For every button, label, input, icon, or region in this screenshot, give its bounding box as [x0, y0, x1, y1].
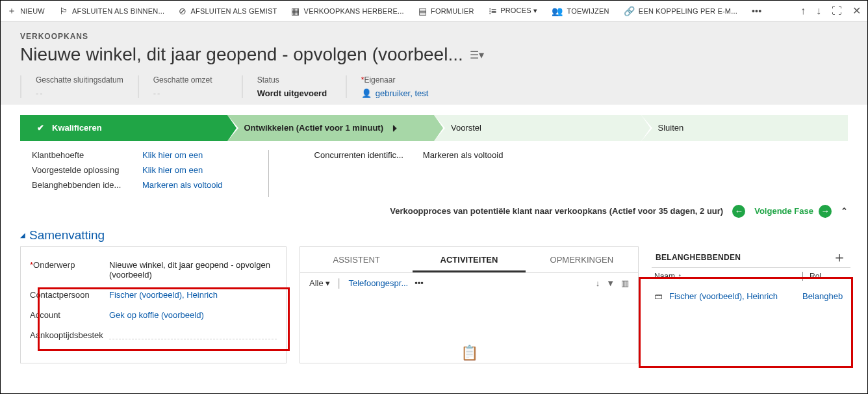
stakeholder-name-link[interactable]: Fischer (voorbeeld), Heinrich — [669, 291, 796, 301]
owner-link[interactable]: gebruiker, test — [376, 88, 429, 98]
section-toggle-icon: ◢ — [20, 231, 25, 239]
more-icon: ••• — [752, 6, 761, 16]
contact-card-icon: 🗃 — [654, 291, 663, 301]
next-stage-icon: → — [819, 205, 832, 218]
filter-icon[interactable]: ▼ — [606, 278, 615, 288]
command-bar: ＋NIEUW 🏳AFSLUITEN ALS BINNEN... ⊘AFSLUIT… — [1, 1, 867, 21]
stakeholder-row[interactable]: 🗃 Fischer (voorbeeld), Heinrich Belanghe… — [652, 285, 850, 308]
sort-icon[interactable]: ↓ — [596, 278, 600, 288]
stage-kwalificeren[interactable]: ✔Kwalificeren — [20, 115, 227, 141]
popout-icon[interactable]: ⛶ — [832, 5, 842, 17]
klantbehoefte-link[interactable]: Klik hier om een — [142, 150, 203, 160]
list-icon[interactable]: ▥ — [621, 278, 629, 288]
stage-details: KlantbehoefteKlik hier om een Voorgestel… — [1, 145, 867, 201]
process-duration: Verkoopproces van potentiële klant naar … — [390, 206, 723, 216]
row-aankooptijdsbestek[interactable]: Aankooptijdsbestek — [30, 325, 277, 345]
stage-ontwikkelen[interactable]: Ontwikkelen (Actief voor 1 minuut)⏵ — [227, 115, 435, 141]
add-stakeholder-button[interactable]: ＋ — [832, 253, 847, 262]
record-header: VERKOOPKANS Nieuwe winkel, dit jaar geop… — [1, 21, 867, 105]
field-status[interactable]: Status Wordt uitgevoerd — [242, 75, 346, 98]
activities-panel: ASSISTENT ACTIVITEITEN OPMERKINGEN Alle … — [300, 246, 639, 363]
oplossing-link[interactable]: Klik hier om een — [142, 165, 203, 175]
cmd-herbereken[interactable]: ▦VERKOOPKANS HERBERE... — [291, 6, 403, 16]
arrow-down-icon[interactable]: ↓ — [816, 5, 821, 17]
contactpersoon-link[interactable]: Fischer (voorbeeld), Heinrich — [109, 290, 218, 300]
close-icon[interactable]: ✕ — [852, 5, 861, 17]
title-dropdown-icon[interactable]: ☰▾ — [470, 49, 484, 61]
cmd-formulier[interactable]: ▤FORMULIER — [418, 6, 474, 16]
plus-icon: ＋ — [7, 5, 16, 17]
activity-more-icon[interactable]: ••• — [415, 278, 424, 288]
row-contactpersoon[interactable]: Contactpersoon Fischer (voorbeeld), Hein… — [30, 285, 277, 305]
field-owner[interactable]: *Eigenaar 👤gebruiker, test — [346, 75, 450, 98]
row-account[interactable]: Account Gek op koffie (voorbeeld) — [30, 305, 277, 325]
process-footer: Verkoopproces van potentiële klant naar … — [1, 201, 867, 228]
field-close-date[interactable]: Geschatte sluitingsdatum -- — [20, 75, 138, 98]
stakeholder-role-link[interactable]: Belangheb — [802, 291, 848, 301]
process-icon: ⁝≡ — [489, 6, 497, 16]
summary-fields-panel: *Onderwerp Nieuwe winkel, dit jaar geope… — [20, 246, 287, 363]
col-rol[interactable]: Rol — [802, 272, 848, 281]
clipboard-icon: 📋 — [461, 345, 478, 361]
collapse-process-icon[interactable]: ⌃ — [841, 206, 848, 216]
account-link[interactable]: Gek op koffie (voorbeeld) — [109, 310, 204, 320]
calc-icon: ▦ — [291, 6, 300, 16]
cmd-toewijzen[interactable]: 👥TOEWIJZEN — [552, 6, 609, 16]
stage-sluiten[interactable]: Sluiten — [641, 115, 849, 141]
sort-asc-icon: ↑ — [678, 272, 682, 281]
belanghebbenden-link[interactable]: Markeren als voltooid — [142, 180, 223, 190]
tab-assistent[interactable]: ASSISTENT — [300, 247, 413, 272]
flag-icon: 🏳 — [59, 6, 68, 16]
active-flag-icon: ⏵ — [391, 123, 400, 133]
row-onderwerp[interactable]: *Onderwerp Nieuwe winkel, dit jaar geope… — [30, 255, 277, 285]
tab-activiteiten[interactable]: ACTIVITEITEN — [413, 247, 525, 272]
cancel-icon: ⊘ — [179, 6, 186, 16]
assign-icon: 👥 — [552, 6, 563, 16]
form-icon: ▤ — [418, 6, 427, 16]
person-icon: 👤 — [361, 88, 372, 98]
section-header-samenvatting[interactable]: ◢ Samenvatting — [1, 228, 867, 246]
process-back-button[interactable]: ← — [732, 205, 745, 218]
filter-alle[interactable]: Alle ▾ — [309, 278, 330, 288]
tab-opmerkingen[interactable]: OPMERKINGEN — [526, 247, 638, 272]
stakeholders-panel: BELANGHEBBENDEN ＋ Naam ↑ Rol 🗃 Fischer (… — [652, 246, 850, 363]
stage-voorstel[interactable]: Voorstel — [434, 115, 641, 141]
add-telefoongesprek[interactable]: Telefoongespr... — [348, 278, 408, 288]
record-title: Nieuwe winkel, dit jaar geopend - opvolg… — [20, 45, 463, 65]
concurrenten-link[interactable]: Markeren als voltooid — [423, 150, 504, 160]
cmd-email-link[interactable]: 🔗EEN KOPPELING PER E-M... — [624, 6, 737, 16]
process-bar: ✔Kwalificeren Ontwikkelen (Actief voor 1… — [1, 105, 867, 145]
entity-label: VERKOOPKANS — [20, 32, 852, 41]
col-naam[interactable]: Naam ↑ — [654, 272, 802, 281]
check-icon: ✔ — [37, 123, 44, 133]
field-revenue[interactable]: Geschatte omzet -- — [138, 75, 242, 98]
cmd-more[interactable]: ••• — [752, 6, 761, 16]
stakeholders-title: BELANGHEBBENDEN — [656, 253, 741, 262]
link-icon: 🔗 — [624, 6, 635, 16]
next-stage-button[interactable]: Volgende Fase→ — [754, 205, 832, 218]
summary-body: *Onderwerp Nieuwe winkel, dit jaar geope… — [1, 246, 867, 363]
cmd-afsluiten-binnen[interactable]: 🏳AFSLUITEN ALS BINNEN... — [59, 6, 164, 16]
arrow-up-icon[interactable]: ↑ — [800, 5, 806, 17]
cmd-afsluiten-gemist[interactable]: ⊘AFSLUITEN ALS GEMIST — [179, 6, 277, 16]
cmd-nieuw[interactable]: ＋NIEUW — [7, 5, 45, 17]
cmd-proces[interactable]: ⁝≡PROCES ▾ — [489, 6, 538, 16]
